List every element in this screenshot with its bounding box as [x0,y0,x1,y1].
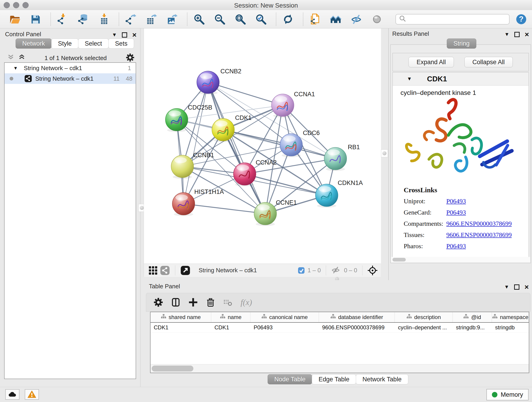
selected-nodes-checkbox-icon[interactable] [298,267,305,274]
table-panel-close-icon[interactable]: × [525,283,529,291]
column-header-database-identifier[interactable]: database identifier [319,312,395,322]
tab-network-table[interactable]: Network Table [356,374,408,384]
network-node-cdc25b[interactable] [165,108,188,132]
hide-labels-icon[interactable] [351,13,362,25]
network-node-ccna2[interactable] [234,163,256,186]
results-panel-close-icon[interactable]: × [525,31,529,38]
column-type-icon [463,314,469,321]
help-button[interactable]: ? [515,13,527,25]
gene-section-header[interactable]: ▼ CDK1 [393,72,529,85]
crosslink-link[interactable]: 9606.ENSP00000378699 [446,231,512,238]
column-header-namespace[interactable]: namespace [492,312,529,322]
crosslink-link[interactable]: P06493 [446,242,466,249]
export-network-icon[interactable] [125,13,137,25]
export-table-icon[interactable] [146,13,157,25]
expand-all-networks-icon[interactable] [18,54,26,62]
string-share-icon[interactable] [160,265,170,275]
delete-column-icon[interactable] [205,297,216,308]
table-options-gear-icon[interactable] [152,297,164,308]
import-table-icon[interactable] [98,13,109,25]
zoom-selected-icon[interactable] [255,13,267,25]
column-header-description[interactable]: description [395,312,453,322]
table-row[interactable]: CDK1CDK1P064939606.ENSP00000378699cyclin… [151,323,529,332]
table-horizontal-scrollbar[interactable] [151,364,529,373]
warnings-button[interactable] [25,389,39,400]
network-node-rb1[interactable] [324,147,347,171]
network-node-ccne1[interactable] [254,202,277,226]
zoom-out-icon[interactable] [214,13,225,25]
collection-expand-icon[interactable]: ▼ [13,65,18,71]
network-edge[interactable] [184,82,208,204]
zoom-in-icon[interactable] [193,13,205,25]
network-node-hist1h1a[interactable] [172,192,195,216]
table-cell[interactable]: CDK1 [211,323,250,332]
zoom-fit-icon[interactable] [234,13,246,25]
table-cell[interactable]: P06493 [250,323,319,332]
tab-select[interactable]: Select [78,38,109,49]
grid-view-icon[interactable] [148,265,158,275]
table-panel-float-icon[interactable] [514,284,519,290]
table-cell[interactable]: CDK1 [151,323,211,332]
results-panel-collapse-icon[interactable]: ▼ [505,32,510,37]
collapse-all-button[interactable]: Collapse All [464,57,513,67]
toolbar-separator [276,13,276,26]
control-panel-close-icon[interactable]: × [132,31,137,38]
search-input[interactable] [407,15,505,23]
memory-button[interactable]: Memory [486,389,529,400]
crosslink-link[interactable]: P06493 [446,198,466,205]
network-row[interactable]: String Network – cdk1 11 48 [5,73,136,84]
tab-node-table[interactable]: Node Table [268,374,312,384]
results-panel-float-icon[interactable] [514,32,520,37]
network-view-canvas[interactable]: CCNB2CCNA1CDC25BCDK1CDC6RB1CCNB1CCNA2CDK… [144,28,381,264]
table-cell[interactable]: 9606.ENSP00000378699 [319,323,395,332]
tab-network[interactable]: Network [16,38,51,49]
refresh-icon[interactable] [282,13,294,25]
cloud-status-button[interactable] [5,389,19,400]
tab-string[interactable]: String [447,38,476,49]
results-horizontal-scrollbar[interactable] [391,257,530,262]
show-columns-icon[interactable] [170,297,181,308]
open-icon[interactable] [9,13,21,25]
network-edge[interactable] [184,204,265,214]
table-cell[interactable]: stringdb [492,323,529,332]
import-network-icon[interactable] [57,13,68,25]
gene-expand-icon[interactable]: ▼ [407,76,412,82]
hidden-eye-icon[interactable] [331,265,341,275]
collapse-all-networks-icon[interactable] [7,54,15,62]
export-image-icon[interactable] [166,13,178,25]
open-in-browser-icon[interactable] [180,265,190,275]
column-header-name[interactable]: name [211,312,250,322]
tab-style[interactable]: Style [51,38,78,49]
save-icon[interactable] [30,13,41,25]
show-labels-icon[interactable] [371,13,383,25]
network-collection-row[interactable]: ▼ String Network – cdk1 1 [5,63,136,73]
table-scrollbar-thumb[interactable] [152,366,193,371]
right-splitter-handle[interactable] [381,149,388,157]
network-node-ccna1[interactable] [272,94,294,118]
document-network-icon[interactable] [309,13,321,25]
network-edge[interactable] [208,82,283,105]
network-node-cdkn1a[interactable] [316,184,338,208]
table-cell[interactable]: cyclin–dependent ... [395,323,453,332]
network-node-cdc6[interactable] [280,134,302,157]
expand-all-button[interactable]: Expand All [409,57,454,67]
control-panel-float-icon[interactable] [122,32,127,38]
homes-icon[interactable] [330,13,341,25]
network-options-gear-icon[interactable] [126,53,135,63]
crosslink-link[interactable]: P06493 [446,209,466,216]
column-header-canonical-name[interactable]: canonical name [250,312,319,322]
table-panel-collapse-icon[interactable]: ▼ [504,284,509,289]
network-node-ccnb1[interactable] [171,155,194,179]
column-header-shared-name[interactable]: shared name [151,312,211,322]
crosslink-link[interactable]: 9606.ENSP00000378699 [446,220,512,227]
create-column-icon[interactable] [187,297,199,308]
search-field[interactable] [395,14,510,25]
tab-edge-table[interactable]: Edge Table [312,374,356,384]
column-header--id[interactable]: @id [453,312,492,322]
status-bar: Memory [0,387,532,402]
import-database-icon[interactable] [77,13,89,25]
table-cell[interactable]: stringdb:9... [453,323,492,332]
control-panel-collapse-icon[interactable]: ▼ [112,32,117,37]
birdseye-crosshair-icon[interactable] [367,265,378,275]
tab-sets[interactable]: Sets [108,38,134,49]
